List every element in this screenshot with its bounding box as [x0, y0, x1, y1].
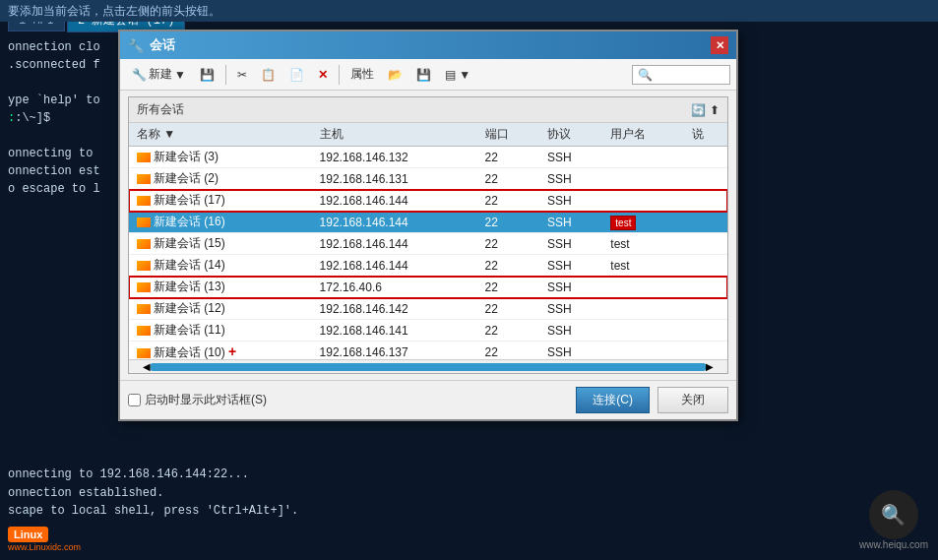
row-port: 22	[477, 233, 539, 255]
row-name: 新建会话 (17)	[129, 190, 312, 212]
table-row[interactable]: 新建会话 (12)192.168.146.14222SSH	[129, 298, 727, 320]
row-username: test	[602, 233, 683, 255]
session-header: 所有会话 🔄 ⬆	[129, 97, 727, 123]
row-username	[602, 190, 683, 212]
row-name: 新建会话 (14)	[129, 255, 312, 277]
startup-checkbox[interactable]	[128, 394, 141, 406]
row-name: 新建会话 (2)	[129, 168, 312, 190]
row-note	[684, 147, 727, 168]
scroll-left-icon[interactable]: ◀	[143, 361, 151, 372]
watermark-icon: 🔍	[869, 490, 918, 539]
row-protocol: SSH	[539, 320, 602, 342]
session-table-wrapper[interactable]: 名称 ▼ 主机 端口 协议 用户名 说 新建会话 (3)192.168.146.…	[129, 123, 727, 359]
row-name: 新建会话 (15)	[129, 233, 312, 255]
table-row[interactable]: 新建会话 (11)192.168.146.14122SSH	[129, 320, 727, 342]
search-input[interactable]	[632, 65, 730, 85]
session-area: 所有会话 🔄 ⬆ 名称 ▼ 主机 端口 协议 用户名 说	[128, 96, 728, 374]
row-port: 22	[477, 298, 539, 320]
row-name: 新建会话 (10) +	[129, 342, 312, 360]
separator-2	[339, 65, 340, 85]
table-row[interactable]: 新建会话 (10) +192.168.146.13722SSH	[129, 342, 727, 360]
refresh-icon[interactable]: 🔄	[691, 103, 706, 117]
menu-button[interactable]: ▤ ▼	[439, 65, 476, 85]
table-row[interactable]: 新建会话 (2)192.168.146.13122SSH	[129, 168, 727, 190]
new-button[interactable]: 🔧 新建 ▼	[126, 63, 192, 86]
row-port: 22	[477, 147, 539, 168]
save-button[interactable]: 💾	[410, 65, 437, 85]
startup-checkbox-label[interactable]: 启动时显示此对话框(S)	[128, 392, 267, 408]
col-port[interactable]: 端口	[477, 123, 539, 147]
scroll-right-icon[interactable]: ▶	[706, 361, 714, 372]
save-icon: 💾	[416, 68, 431, 82]
col-note[interactable]: 说	[684, 123, 727, 147]
row-note	[684, 320, 727, 342]
col-host[interactable]: 主机	[312, 123, 477, 147]
row-username: test	[602, 212, 683, 233]
row-host: 192.168.146.144	[312, 233, 477, 255]
row-note	[684, 277, 727, 298]
row-port: 22	[477, 342, 539, 360]
row-username	[602, 320, 683, 342]
row-name: 新建会话 (16)	[129, 212, 312, 233]
dialog-toolbar: 🔧 新建 ▼ 💾 ✂ 📋 📄 ✕ 属性 📂 💾 ▤ ▼	[120, 59, 736, 91]
properties-button[interactable]: 属性	[344, 63, 380, 86]
horizontal-scrollbar[interactable]: ◀ ▶	[129, 359, 727, 373]
row-protocol: SSH	[539, 168, 602, 190]
row-note	[684, 342, 727, 360]
table-row[interactable]: 新建会话 (13)172.16.40.622SSH	[129, 277, 727, 298]
row-username	[602, 298, 683, 320]
open-button[interactable]: 📂	[382, 65, 408, 85]
row-protocol: SSH	[539, 298, 602, 320]
row-note	[684, 298, 727, 320]
dialog-title: 会话	[150, 36, 175, 54]
delete-button[interactable]: ✕	[312, 65, 334, 85]
close-button[interactable]: 关闭	[657, 387, 728, 413]
scroll-track[interactable]	[151, 363, 706, 371]
row-port: 22	[477, 277, 539, 298]
row-protocol: SSH	[539, 147, 602, 168]
row-protocol: SSH	[539, 255, 602, 277]
paste-icon: 📄	[289, 68, 304, 82]
copy-icon: 📋	[261, 68, 276, 82]
row-host: 192.168.146.144	[312, 255, 477, 277]
row-protocol: SSH	[539, 342, 602, 360]
row-username	[602, 168, 683, 190]
row-port: 22	[477, 190, 539, 212]
row-note	[684, 212, 727, 233]
table-row[interactable]: 新建会话 (14)192.168.146.14422SSHtest	[129, 255, 727, 277]
row-port: 22	[477, 212, 539, 233]
table-row[interactable]: 新建会话 (15)192.168.146.14422SSHtest	[129, 233, 727, 255]
session-dialog: 🔧 会话 ✕ 🔧 新建 ▼ 💾 ✂ 📋 📄 ✕ 属性	[118, 30, 738, 421]
new-icon: 🔧	[132, 68, 147, 82]
table-row[interactable]: 新建会话 (17)192.168.146.14422SSH	[129, 190, 727, 212]
cut-button[interactable]: ✂	[231, 65, 253, 85]
row-host: 192.168.146.141	[312, 320, 477, 342]
row-port: 22	[477, 320, 539, 342]
save-small-icon: 💾	[200, 68, 215, 82]
row-protocol: SSH	[539, 212, 602, 233]
dropdown-icon: ▼	[174, 68, 186, 82]
copy-button[interactable]: 📋	[255, 65, 281, 85]
save-small-button[interactable]: 💾	[194, 65, 220, 85]
row-note	[684, 233, 727, 255]
watermark-site: www.heiqu.com	[859, 539, 928, 550]
col-username[interactable]: 用户名	[602, 123, 683, 147]
table-row[interactable]: 新建会话 (16)192.168.146.14422SSHtest	[129, 212, 727, 233]
row-host: 192.168.146.144	[312, 212, 477, 233]
linux-badge: Linux	[8, 527, 48, 542]
row-name: 新建会话 (11)	[129, 320, 312, 342]
col-name[interactable]: 名称 ▼	[129, 123, 312, 147]
connect-button[interactable]: 连接(C)	[576, 387, 650, 413]
row-username: test	[602, 255, 683, 277]
paste-button[interactable]: 📄	[283, 65, 310, 85]
row-protocol: SSH	[539, 190, 602, 212]
open-icon: 📂	[388, 68, 403, 82]
table-row[interactable]: 新建会话 (3)192.168.146.13222SSH	[129, 147, 727, 168]
expand-icon[interactable]: ⬆	[710, 103, 719, 117]
row-username	[602, 342, 683, 360]
row-username	[602, 277, 683, 298]
dialog-close-button[interactable]: ✕	[711, 36, 728, 54]
col-protocol[interactable]: 协议	[539, 123, 602, 147]
row-host: 192.168.146.132	[312, 147, 477, 168]
separator-1	[225, 65, 226, 85]
